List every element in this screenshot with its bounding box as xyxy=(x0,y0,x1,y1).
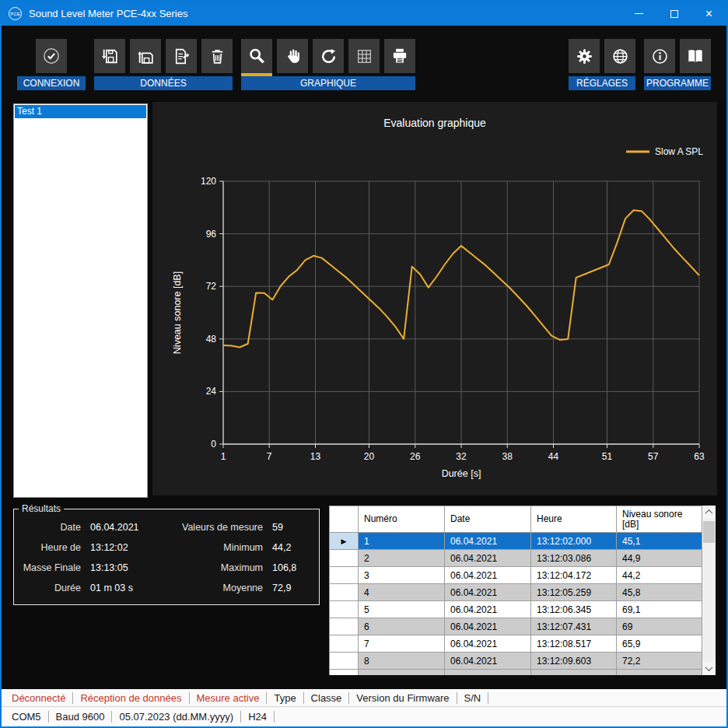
cell[interactable]: 3 xyxy=(359,567,445,584)
table-row[interactable]: 506.04.202113:12:06.34569,1 xyxy=(330,601,702,618)
cell[interactable]: 13:12:09.603 xyxy=(531,653,617,670)
pan-tool-button[interactable] xyxy=(277,39,308,73)
delete-button[interactable] xyxy=(201,39,233,73)
cell[interactable]: 13:12:04.172 xyxy=(531,567,617,584)
corner-header xyxy=(330,506,359,533)
table-row[interactable]: ▶106.04.202113:12:02.00045,1 xyxy=(330,533,702,550)
status-bar-bottom: COM5Baud 960005.07.2023 (dd.MM.yyyy)H24 xyxy=(2,707,726,726)
cell[interactable]: 45,8 xyxy=(617,584,702,601)
result-label: Heure de xyxy=(20,542,81,553)
x-tick-label: 63 xyxy=(694,451,705,462)
scrollbar-down-button[interactable] xyxy=(702,662,716,675)
cell[interactable]: 06.04.2021 xyxy=(445,567,531,584)
scrollbar-thumb[interactable] xyxy=(703,521,715,543)
table-row[interactable]: 306.04.202113:12:04.17244,2 xyxy=(330,567,702,584)
result-value: 13:13:05 xyxy=(90,562,168,573)
status-item: H24 xyxy=(241,711,275,723)
row-selector[interactable] xyxy=(330,618,359,635)
save-button[interactable] xyxy=(94,39,125,73)
cell[interactable]: 8 xyxy=(359,653,445,670)
data-grid: Numéro Date Heure Niveau sonore [dB] ▶10… xyxy=(329,506,716,675)
row-selector[interactable] xyxy=(330,635,359,653)
cell[interactable]: 44,9 xyxy=(617,550,702,567)
status-bar-top: DéconnectéRéception de donnéesMesure act… xyxy=(2,689,726,707)
toolbar-group-label: GRAPHIQUE xyxy=(241,76,415,90)
cell[interactable]: 69 xyxy=(617,618,702,635)
table-row[interactable]: 606.04.202113:12:07.43169 xyxy=(330,618,702,635)
cell[interactable]: 45,1 xyxy=(617,533,702,550)
maximize-icon xyxy=(670,10,678,18)
maximize-button[interactable] xyxy=(656,2,691,26)
language-button[interactable] xyxy=(604,39,635,73)
vertical-scrollbar[interactable] xyxy=(702,506,716,675)
cell[interactable]: 72,2 xyxy=(617,653,702,670)
cell[interactable]: 06.04.2021 xyxy=(445,584,531,601)
close-button[interactable]: × xyxy=(691,2,726,26)
row-selector[interactable] xyxy=(330,567,359,584)
cell[interactable]: 44,2 xyxy=(617,567,702,584)
row-selector[interactable] xyxy=(330,653,359,670)
settings-button[interactable] xyxy=(569,39,600,73)
status-item: Version du Firmware xyxy=(349,692,457,704)
cell[interactable]: 13:12:05.259 xyxy=(531,584,617,601)
manual-button[interactable] xyxy=(680,39,711,73)
column-header-niveau[interactable]: Niveau sonore [dB] xyxy=(617,506,702,533)
y-tick-label: 72 xyxy=(206,281,217,292)
cell[interactable]: 5 xyxy=(359,601,445,618)
row-selector[interactable] xyxy=(330,601,359,618)
load-disk-icon xyxy=(136,47,156,66)
cell[interactable]: 65,9 xyxy=(617,635,702,653)
minimize-icon xyxy=(635,13,643,14)
chart[interactable]: 17132026323844515763024487296120Evaluati… xyxy=(152,102,717,495)
cell[interactable]: 4 xyxy=(359,584,445,601)
table-row[interactable]: 206.04.202113:12:03.08644,9 xyxy=(330,550,702,567)
cell[interactable]: 13:12:03.086 xyxy=(531,550,617,567)
cell[interactable]: 69,1 xyxy=(617,601,702,618)
row-selector[interactable]: ▶ xyxy=(330,533,359,550)
cell[interactable]: 6 xyxy=(359,618,445,635)
x-tick-label: 7 xyxy=(267,451,272,462)
column-header-numero[interactable]: Numéro xyxy=(359,506,445,533)
cell[interactable]: 06.04.2021 xyxy=(445,635,531,653)
cell[interactable]: 13:12:07.431 xyxy=(531,618,617,635)
toolbar: CONNEXION xyxy=(2,26,726,100)
cell[interactable]: 06.04.2021 xyxy=(445,618,531,635)
zoom-tool-button[interactable] xyxy=(241,39,272,73)
open-button[interactable] xyxy=(130,39,161,73)
cell[interactable]: 13:12:02.000 xyxy=(531,533,617,550)
cell[interactable]: 06.04.2021 xyxy=(445,653,531,670)
cell[interactable]: 06.04.2021 xyxy=(445,533,531,550)
list-item-test1[interactable]: Test 1 xyxy=(15,105,146,118)
grid-toggle-button[interactable] xyxy=(348,39,380,73)
table-row[interactable]: 406.04.202113:12:05.25945,8 xyxy=(330,584,702,601)
reset-view-button[interactable] xyxy=(313,39,344,73)
status-item: Mesure active xyxy=(190,692,268,704)
table-row-clipped[interactable] xyxy=(330,670,702,676)
scrollbar-up-button[interactable] xyxy=(702,506,716,519)
export-button[interactable] xyxy=(166,39,197,73)
column-header-heure[interactable]: Heure xyxy=(531,506,617,533)
chart-canvas[interactable]: 17132026323844515763024487296120Evaluati… xyxy=(152,102,717,499)
cell[interactable]: 06.04.2021 xyxy=(445,550,531,567)
column-header-date[interactable]: Date xyxy=(445,506,531,533)
table-header-row: Numéro Date Heure Niveau sonore [dB] xyxy=(330,506,702,533)
cell[interactable]: 06.04.2021 xyxy=(445,601,531,618)
info-button[interactable] xyxy=(644,39,675,73)
chart-title: Evaluation graphique xyxy=(383,117,486,129)
cell[interactable]: 2 xyxy=(359,550,445,567)
table-row[interactable]: 706.04.202113:12:08.51765,9 xyxy=(330,635,702,653)
titlebar: PCE Sound Level Meter PCE-4xx Series × xyxy=(2,2,726,26)
row-selector[interactable] xyxy=(330,550,359,567)
cell[interactable]: 13:12:06.345 xyxy=(531,601,617,618)
cell[interactable]: 7 xyxy=(359,635,445,653)
minimize-button[interactable] xyxy=(621,2,656,26)
row-selector[interactable] xyxy=(330,584,359,601)
connect-button[interactable] xyxy=(36,39,67,73)
cell[interactable]: 1 xyxy=(359,533,445,550)
toolbar-group-graphique: GRAPHIQUE xyxy=(241,39,415,90)
table-row[interactable]: 806.04.202113:12:09.60372,2 xyxy=(330,653,702,670)
print-button[interactable] xyxy=(384,39,415,73)
cell[interactable]: 13:12:08.517 xyxy=(531,635,617,653)
status-item: S/N xyxy=(457,692,489,704)
x-axis-label: Durée [s] xyxy=(442,468,481,479)
